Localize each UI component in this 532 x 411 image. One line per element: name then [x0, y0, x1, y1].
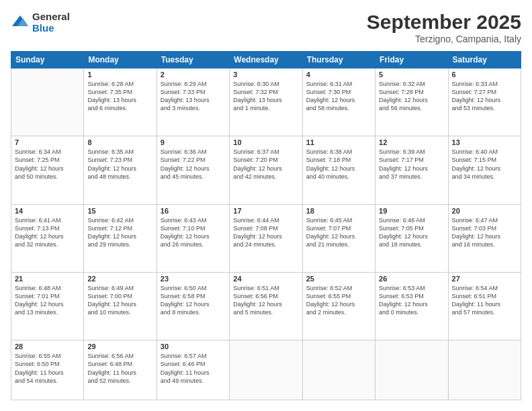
title-block: September 2025 Terzigno, Campania, Italy: [367, 11, 521, 44]
col-sunday: Sunday: [11, 52, 84, 68]
day-info: Sunrise: 6:43 AM Sunset: 7:10 PM Dayligh…: [161, 216, 226, 249]
calendar-cell: 2Sunrise: 6:29 AM Sunset: 7:33 PM Daylig…: [157, 68, 229, 136]
day-info: Sunrise: 6:41 AM Sunset: 7:13 PM Dayligh…: [15, 216, 80, 249]
calendar-cell: 3Sunrise: 6:30 AM Sunset: 7:32 PM Daylig…: [230, 68, 302, 136]
day-info: Sunrise: 6:53 AM Sunset: 6:53 PM Dayligh…: [379, 284, 444, 317]
day-number: 20: [452, 207, 517, 215]
day-info: Sunrise: 6:52 AM Sunset: 6:55 PM Dayligh…: [306, 284, 371, 317]
day-info: Sunrise: 6:30 AM Sunset: 7:32 PM Dayligh…: [233, 80, 298, 113]
calendar-cell: 26Sunrise: 6:53 AM Sunset: 6:53 PM Dayli…: [375, 272, 448, 340]
header: General Blue September 2025 Terzigno, Ca…: [11, 11, 521, 44]
day-number: 9: [161, 138, 226, 146]
col-friday: Friday: [375, 52, 448, 68]
calendar-cell: 28Sunrise: 6:55 AM Sunset: 6:50 PM Dayli…: [11, 340, 84, 400]
day-number: 19: [379, 207, 444, 215]
calendar-cell: 18Sunrise: 6:45 AM Sunset: 7:07 PM Dayli…: [302, 204, 375, 272]
day-number: 27: [452, 275, 517, 283]
calendar-cell: 1Sunrise: 6:28 AM Sunset: 7:35 PM Daylig…: [84, 68, 157, 136]
calendar-cell: 6Sunrise: 6:33 AM Sunset: 7:27 PM Daylig…: [448, 68, 521, 136]
day-info: Sunrise: 6:38 AM Sunset: 7:18 PM Dayligh…: [306, 148, 371, 181]
day-info: Sunrise: 6:40 AM Sunset: 7:15 PM Dayligh…: [452, 148, 517, 181]
calendar-cell: [375, 340, 448, 400]
day-number: 16: [161, 207, 226, 215]
day-number: 17: [233, 207, 298, 215]
logo: General Blue: [11, 11, 70, 34]
day-number: 3: [233, 71, 298, 79]
location: Terzigno, Campania, Italy: [367, 34, 521, 44]
day-number: 7: [15, 138, 80, 146]
calendar-cell: 15Sunrise: 6:42 AM Sunset: 7:12 PM Dayli…: [84, 204, 157, 272]
calendar-cell: 24Sunrise: 6:51 AM Sunset: 6:56 PM Dayli…: [230, 272, 302, 340]
calendar-week-1: 1Sunrise: 6:28 AM Sunset: 7:35 PM Daylig…: [11, 68, 521, 136]
day-number: 2: [161, 71, 226, 79]
day-number: 13: [452, 138, 517, 146]
day-info: Sunrise: 6:36 AM Sunset: 7:22 PM Dayligh…: [161, 148, 226, 181]
calendar-cell: 7Sunrise: 6:34 AM Sunset: 7:25 PM Daylig…: [11, 136, 84, 204]
calendar-cell: 20Sunrise: 6:47 AM Sunset: 7:03 PM Dayli…: [448, 204, 521, 272]
day-number: 1: [87, 71, 152, 79]
calendar-header-row: Sunday Monday Tuesday Wednesday Thursday…: [11, 52, 521, 68]
col-monday: Monday: [84, 52, 157, 68]
day-number: 11: [306, 138, 371, 146]
day-info: Sunrise: 6:44 AM Sunset: 7:08 PM Dayligh…: [233, 216, 298, 249]
day-number: 4: [306, 71, 371, 79]
calendar-cell: 14Sunrise: 6:41 AM Sunset: 7:13 PM Dayli…: [11, 204, 84, 272]
day-info: Sunrise: 6:51 AM Sunset: 6:56 PM Dayligh…: [233, 284, 298, 317]
calendar-cell: 10Sunrise: 6:37 AM Sunset: 7:20 PM Dayli…: [230, 136, 302, 204]
calendar-week-5: 28Sunrise: 6:55 AM Sunset: 6:50 PM Dayli…: [11, 340, 521, 400]
day-info: Sunrise: 6:55 AM Sunset: 6:50 PM Dayligh…: [15, 352, 80, 385]
calendar-cell: 5Sunrise: 6:32 AM Sunset: 7:28 PM Daylig…: [375, 68, 448, 136]
calendar-cell: 27Sunrise: 6:54 AM Sunset: 6:51 PM Dayli…: [448, 272, 521, 340]
day-info: Sunrise: 6:32 AM Sunset: 7:28 PM Dayligh…: [379, 80, 444, 113]
calendar-cell: 8Sunrise: 6:35 AM Sunset: 7:23 PM Daylig…: [84, 136, 157, 204]
col-tuesday: Tuesday: [157, 52, 229, 68]
day-number: 24: [233, 275, 298, 283]
day-number: 10: [233, 138, 298, 146]
day-number: 15: [87, 207, 152, 215]
calendar-cell: 12Sunrise: 6:39 AM Sunset: 7:17 PM Dayli…: [375, 136, 448, 204]
day-info: Sunrise: 6:49 AM Sunset: 7:00 PM Dayligh…: [87, 284, 152, 317]
day-info: Sunrise: 6:46 AM Sunset: 7:05 PM Dayligh…: [379, 216, 444, 249]
calendar-week-4: 21Sunrise: 6:48 AM Sunset: 7:01 PM Dayli…: [11, 272, 521, 340]
calendar-cell: [11, 68, 84, 136]
day-info: Sunrise: 6:39 AM Sunset: 7:17 PM Dayligh…: [379, 148, 444, 181]
day-info: Sunrise: 6:28 AM Sunset: 7:35 PM Dayligh…: [87, 80, 152, 113]
calendar-cell: [448, 340, 521, 400]
calendar-cell: 21Sunrise: 6:48 AM Sunset: 7:01 PM Dayli…: [11, 272, 84, 340]
col-saturday: Saturday: [448, 52, 521, 68]
calendar-cell: [302, 340, 375, 400]
day-info: Sunrise: 6:33 AM Sunset: 7:27 PM Dayligh…: [452, 80, 517, 113]
calendar-cell: 29Sunrise: 6:56 AM Sunset: 6:48 PM Dayli…: [84, 340, 157, 400]
day-number: 30: [161, 342, 226, 351]
day-number: 12: [379, 138, 444, 146]
calendar-cell: 4Sunrise: 6:31 AM Sunset: 7:30 PM Daylig…: [302, 68, 375, 136]
day-number: 29: [87, 342, 152, 351]
day-number: 26: [379, 275, 444, 283]
day-info: Sunrise: 6:37 AM Sunset: 7:20 PM Dayligh…: [233, 148, 298, 181]
calendar-cell: 25Sunrise: 6:52 AM Sunset: 6:55 PM Dayli…: [302, 272, 375, 340]
page: General Blue September 2025 Terzigno, Ca…: [0, 0, 532, 411]
day-info: Sunrise: 6:35 AM Sunset: 7:23 PM Dayligh…: [87, 148, 152, 181]
day-number: 28: [15, 342, 80, 351]
day-info: Sunrise: 6:54 AM Sunset: 6:51 PM Dayligh…: [452, 284, 517, 317]
day-info: Sunrise: 6:48 AM Sunset: 7:01 PM Dayligh…: [15, 284, 80, 317]
calendar-cell: 11Sunrise: 6:38 AM Sunset: 7:18 PM Dayli…: [302, 136, 375, 204]
day-info: Sunrise: 6:34 AM Sunset: 7:25 PM Dayligh…: [15, 148, 80, 181]
day-number: 18: [306, 207, 371, 215]
logo-text: General Blue: [32, 11, 70, 34]
day-number: 22: [87, 275, 152, 283]
day-number: 21: [15, 275, 80, 283]
calendar-cell: [230, 340, 302, 400]
col-thursday: Thursday: [302, 52, 375, 68]
day-info: Sunrise: 6:42 AM Sunset: 7:12 PM Dayligh…: [87, 216, 152, 249]
col-wednesday: Wednesday: [230, 52, 302, 68]
calendar-cell: 19Sunrise: 6:46 AM Sunset: 7:05 PM Dayli…: [375, 204, 448, 272]
day-number: 23: [161, 275, 226, 283]
calendar-cell: 16Sunrise: 6:43 AM Sunset: 7:10 PM Dayli…: [157, 204, 229, 272]
calendar-cell: 23Sunrise: 6:50 AM Sunset: 6:58 PM Dayli…: [157, 272, 229, 340]
calendar-cell: 13Sunrise: 6:40 AM Sunset: 7:15 PM Dayli…: [448, 136, 521, 204]
day-info: Sunrise: 6:29 AM Sunset: 7:33 PM Dayligh…: [161, 80, 226, 113]
day-info: Sunrise: 6:47 AM Sunset: 7:03 PM Dayligh…: [452, 216, 517, 249]
calendar-cell: 30Sunrise: 6:57 AM Sunset: 6:46 PM Dayli…: [157, 340, 229, 400]
calendar-week-3: 14Sunrise: 6:41 AM Sunset: 7:13 PM Dayli…: [11, 204, 521, 272]
